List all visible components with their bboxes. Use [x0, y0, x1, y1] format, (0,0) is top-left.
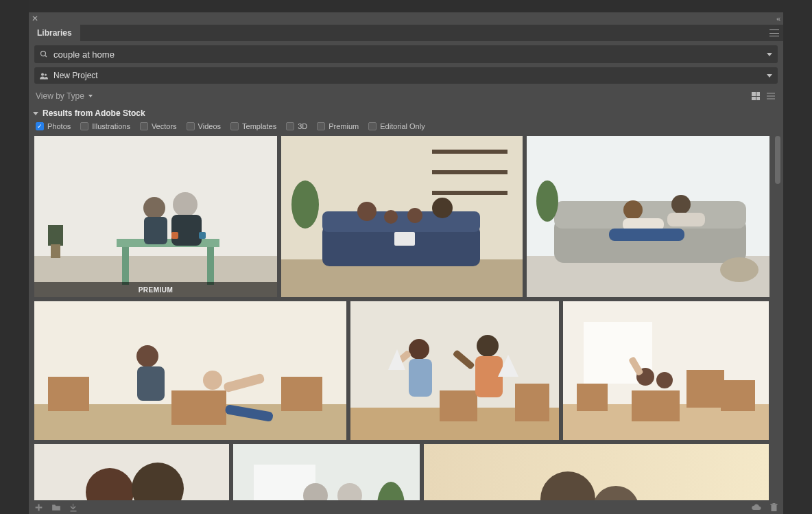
svg-point-37	[671, 195, 691, 214]
chevron-down-icon	[88, 95, 93, 97]
filter-editorial[interactable]: Editorial Only	[368, 122, 425, 130]
panel-footer	[29, 500, 783, 514]
result-row	[34, 301, 771, 440]
result-thumbnail[interactable]	[563, 301, 769, 440]
view-by-label: View by Type	[36, 91, 84, 101]
trash-icon[interactable]	[770, 503, 778, 512]
filter-label: Templates	[242, 122, 276, 130]
grid-view-button[interactable]	[750, 91, 761, 102]
checkbox[interactable]	[140, 122, 148, 130]
results-section-header[interactable]: Results from Adobe Stock	[29, 107, 783, 121]
cloud-sync-icon[interactable]	[751, 504, 762, 511]
filter-videos[interactable]: Videos	[187, 122, 221, 130]
svg-rect-10	[144, 217, 167, 244]
filter-label: Premium	[329, 122, 359, 130]
svg-rect-91	[773, 503, 776, 504]
svg-point-9	[143, 197, 165, 219]
svg-rect-69	[632, 390, 680, 421]
svg-rect-15	[171, 232, 178, 239]
svg-point-34	[623, 200, 643, 220]
svg-rect-68	[577, 384, 608, 411]
svg-rect-88	[71, 511, 77, 512]
close-icon[interactable]: ✕	[32, 14, 38, 23]
checkbox[interactable]	[80, 122, 88, 130]
search-input[interactable]	[53, 47, 761, 62]
svg-rect-14	[51, 244, 60, 258]
svg-rect-83	[424, 444, 769, 500]
result-thumbnail[interactable]	[527, 136, 769, 297]
folder-icon[interactable]	[51, 503, 61, 511]
checkbox[interactable]	[230, 122, 239, 130]
add-content-icon[interactable]	[34, 503, 43, 512]
result-thumbnail[interactable]	[350, 301, 559, 440]
filter-photos[interactable]: Photos	[36, 122, 71, 130]
svg-rect-66	[686, 370, 724, 408]
results-body: PREMIUM	[29, 136, 783, 514]
library-name: New Project	[53, 71, 761, 80]
list-view-button[interactable]	[765, 91, 776, 102]
results-title: Results from Adobe Stock	[43, 108, 145, 118]
filter-vectors[interactable]: Vectors	[140, 122, 177, 130]
app-gutter	[0, 0, 29, 514]
result-thumbnail[interactable]	[233, 444, 420, 500]
svg-rect-67	[721, 380, 755, 411]
svg-rect-90	[771, 504, 778, 505]
result-thumbnail[interactable]	[424, 444, 769, 500]
filter-illustrations[interactable]: Illustrations	[80, 122, 130, 130]
view-toggle	[750, 91, 776, 102]
filter-premium[interactable]: Premium	[317, 122, 359, 130]
scroll-thumb[interactable]	[775, 136, 780, 184]
tab-libraries[interactable]: Libraries	[29, 25, 80, 41]
filter-label: Photos	[47, 122, 71, 130]
filter-label: Illustrations	[92, 122, 130, 130]
checkbox[interactable]	[368, 122, 377, 130]
svg-rect-7	[122, 247, 129, 285]
checkbox[interactable]	[187, 122, 195, 130]
svg-rect-6	[117, 239, 219, 247]
search-dropdown-icon[interactable]	[767, 53, 772, 56]
svg-point-40	[536, 180, 558, 222]
result-row: PREMIUM	[34, 136, 771, 297]
svg-rect-36	[609, 229, 684, 241]
result-thumbnail[interactable]	[281, 136, 523, 297]
svg-rect-21	[432, 191, 508, 195]
checkbox[interactable]	[36, 122, 44, 130]
library-selector[interactable]: New Project	[34, 67, 778, 84]
svg-rect-50	[137, 366, 165, 401]
checkbox[interactable]	[317, 122, 325, 130]
premium-badge: PREMIUM	[34, 282, 277, 297]
svg-rect-16	[199, 232, 206, 239]
result-thumbnail[interactable]: PREMIUM	[34, 136, 277, 297]
svg-point-26	[407, 208, 422, 223]
svg-rect-56	[409, 359, 432, 397]
people-icon	[40, 72, 48, 80]
filter-templates[interactable]: Templates	[230, 122, 276, 130]
filter-bar: Photos Illustrations Vectors Videos Temp…	[29, 121, 783, 136]
collapse-panel-icon[interactable]: «	[776, 14, 780, 23]
libraries-panel: ✕ « Libraries New Project	[29, 12, 783, 514]
svg-rect-44	[281, 377, 322, 411]
search-box[interactable]	[34, 45, 778, 63]
svg-rect-19	[432, 150, 508, 154]
view-by-dropdown[interactable]: View by Type	[36, 91, 93, 101]
svg-rect-20	[432, 170, 508, 174]
svg-point-71	[656, 372, 673, 388]
svg-rect-53	[440, 390, 477, 421]
checkbox[interactable]	[286, 122, 294, 130]
filter-3d[interactable]: 3D	[286, 122, 307, 130]
project-row: New Project	[29, 67, 783, 88]
chevron-down-icon	[767, 74, 772, 78]
svg-point-49	[136, 345, 158, 367]
svg-rect-28	[394, 232, 415, 246]
svg-point-46	[203, 371, 222, 390]
result-thumbnail[interactable]	[34, 444, 229, 500]
tab-label: Libraries	[37, 28, 72, 38]
svg-point-2	[41, 73, 44, 75]
svg-rect-23	[322, 211, 480, 232]
download-icon[interactable]	[69, 503, 77, 512]
panel-window-bar: ✕ «	[29, 12, 783, 25]
panel-menu-button[interactable]	[769, 25, 779, 41]
scrollbar[interactable]	[775, 136, 780, 514]
svg-point-29	[291, 180, 319, 229]
result-thumbnail[interactable]	[34, 301, 346, 440]
